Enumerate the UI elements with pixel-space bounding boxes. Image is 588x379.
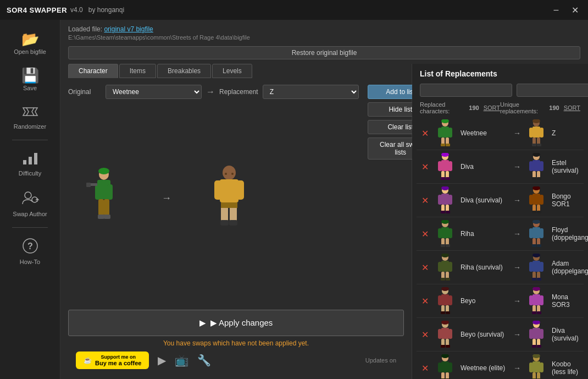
svg-rect-93 (446, 244, 450, 247)
svg-rect-138 (537, 311, 541, 314)
svg-rect-2 (23, 160, 26, 164)
svg-rect-171 (532, 372, 536, 379)
sort-right-button[interactable]: SORT (564, 105, 580, 111)
bmc-button[interactable]: ☕ Support me on Buy me a coffee (76, 351, 149, 369)
svg-rect-83 (532, 211, 536, 213)
replacement-name-1: Estel (survival) (552, 159, 580, 174)
replacement-label: Replacement (219, 88, 258, 96)
original-select[interactable]: Weetnee (106, 85, 202, 99)
svg-point-17 (98, 168, 109, 174)
svg-rect-19 (86, 183, 91, 187)
replacement-sprite-6 (524, 320, 548, 349)
updates-label: Updates on (365, 357, 396, 364)
svg-rect-22 (214, 180, 222, 200)
minimize-button[interactable]: – (550, 3, 563, 17)
svg-rect-163 (446, 372, 449, 379)
tab-character[interactable]: Character (68, 64, 118, 78)
sidebar-item-difficulty[interactable]: Difficulty (0, 144, 60, 183)
row-arrow-5: → (513, 296, 521, 305)
sidebar-item-save[interactable]: 💾 Save (0, 62, 60, 98)
original-name-7: Weetnee (elite) (461, 364, 510, 372)
remove-row-button[interactable]: ✕ (420, 296, 430, 306)
table-row: ✕ Riha → Floyd (doppelganger) (417, 217, 584, 251)
svg-rect-66 (537, 177, 541, 180)
sidebar-item-open-bigfile[interactable]: 📂 Open bigfile (0, 25, 60, 62)
remove-row-button[interactable]: ✕ (420, 229, 430, 239)
remove-row-button[interactable]: ✕ (420, 195, 430, 206)
sprite-arrow: → (162, 193, 171, 204)
close-button[interactable]: ✕ (568, 3, 581, 17)
twitch-icon[interactable]: 📺 (175, 354, 188, 367)
tab-breakables[interactable]: Breakables (157, 64, 211, 78)
replaced-count: 190 (469, 105, 479, 111)
file-info: Loaded file: original v7 bigfile E:\Game… (60, 20, 588, 44)
replacement-name-0: Z (552, 129, 580, 137)
tab-items[interactable]: Items (119, 64, 156, 78)
original-sprite-4 (433, 253, 457, 282)
svg-rect-4 (34, 153, 37, 164)
svg-rect-137 (532, 311, 536, 314)
app-author: by honganqi (88, 6, 124, 14)
table-row: ✕ Riha (survival) → Adam (doppelganger) (417, 251, 584, 284)
replacement-list: ✕ Weetnee → Z ✕ (412, 117, 588, 379)
original-sprite-7 (433, 354, 457, 379)
coffee-icon: ☕ (84, 356, 92, 364)
replacement-name-7: Koobo (less life) (552, 360, 580, 376)
svg-rect-116 (540, 262, 543, 272)
svg-rect-53 (448, 161, 452, 171)
restore-button[interactable]: Restore original bigfile (68, 46, 580, 59)
original-sprite (68, 165, 140, 231)
svg-rect-96 (532, 227, 540, 238)
sort-left-button[interactable]: SORT (484, 105, 500, 111)
row-arrow-2: → (513, 196, 521, 205)
svg-rect-119 (532, 278, 536, 281)
remove-row-button[interactable]: ✕ (420, 363, 430, 373)
apply-button[interactable]: ▶ ▶ Apply changes (68, 310, 404, 336)
save-icon: 💾 (21, 68, 39, 83)
replacement-sprite-4 (524, 253, 548, 282)
original-label: Original (68, 88, 101, 96)
file-link[interactable]: original v7 bigfile (104, 25, 153, 33)
search-left[interactable] (420, 84, 512, 97)
remove-row-button[interactable]: ✕ (420, 128, 430, 139)
original-sprite-1 (433, 152, 457, 181)
replacement-select[interactable]: Z (263, 85, 359, 99)
svg-rect-70 (438, 195, 442, 205)
arrow-icon: → (206, 87, 215, 97)
app-title: SOR4 SWAPPER (7, 6, 67, 14)
replacement-name-5: Mona SOR3 (552, 293, 580, 309)
tab-levels[interactable]: Levels (212, 64, 252, 78)
original-name-3: Riha (461, 230, 510, 238)
svg-rect-146 (441, 345, 445, 348)
svg-rect-71 (448, 195, 452, 205)
remove-row-button[interactable]: ✕ (420, 162, 430, 172)
original-name-2: Diva (survival) (461, 196, 510, 204)
replacement-sprite-0 (524, 119, 548, 147)
svg-rect-168 (532, 361, 540, 372)
sidebar-item-how-to[interactable]: ? How-To (0, 231, 60, 272)
remove-row-button[interactable]: ✕ (420, 262, 430, 273)
sidebar-item-swap-author[interactable]: Swap Author (0, 183, 60, 224)
svg-rect-84 (537, 211, 541, 213)
svg-rect-12 (107, 184, 113, 200)
svg-rect-56 (441, 177, 445, 180)
table-row: ✕ Diva (survival) → Bongo SOR1 (417, 184, 584, 217)
sourceforge-icon[interactable]: 🔧 (197, 354, 211, 367)
svg-rect-152 (540, 329, 543, 339)
svg-rect-97 (529, 228, 533, 238)
svg-rect-43 (529, 128, 533, 138)
youtube-icon[interactable]: ▶ (158, 354, 166, 367)
svg-rect-78 (532, 194, 540, 205)
remove-row-button[interactable]: ✕ (420, 329, 430, 340)
svg-rect-11 (95, 184, 101, 200)
svg-rect-161 (448, 362, 452, 372)
svg-rect-150 (532, 328, 540, 339)
bmc-line1: Support me on (95, 354, 141, 360)
svg-rect-162 (441, 372, 445, 379)
table-row: ✕ Beyo (survival) → Diva (survival) (417, 318, 584, 351)
svg-rect-110 (441, 278, 445, 281)
sidebar-item-randomizer[interactable]: Randomizer (0, 98, 60, 136)
svg-rect-61 (529, 161, 533, 171)
search-right[interactable] (517, 84, 588, 97)
randomizer-icon (22, 105, 38, 121)
